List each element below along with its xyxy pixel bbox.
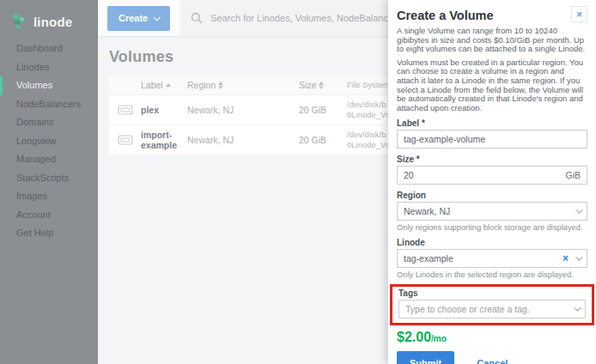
volume-label: import-example	[141, 130, 187, 150]
size-unit: GiB	[565, 170, 581, 180]
tags-input[interactable]	[405, 304, 567, 314]
close-button[interactable]: ×	[571, 6, 587, 22]
size-field-label: Size *	[397, 155, 587, 164]
clear-selection-icon[interactable]: ×	[563, 252, 569, 264]
region-field-label: Region	[397, 191, 587, 200]
linode-logo-icon	[12, 13, 27, 30]
drawer-description-2: Volumes must be created in a particular …	[397, 58, 587, 113]
label-field-label: Label *	[397, 118, 587, 128]
volume-label: plex	[141, 105, 187, 115]
volume-region: Newark, NJ	[187, 135, 299, 145]
sidebar-item-managed[interactable]: Managed	[0, 150, 98, 169]
search-icon	[191, 12, 203, 24]
sidebar-item-stackscripts[interactable]: StackScripts	[0, 169, 98, 188]
linode-select-value: tag-example	[404, 253, 557, 264]
tags-select[interactable]	[398, 300, 586, 318]
red-annotation-box: Tags	[390, 284, 594, 325]
column-header-size[interactable]: Size	[299, 80, 347, 90]
sidebar-item-domains[interactable]: Domains	[0, 113, 98, 132]
label-field: Label *	[397, 118, 587, 149]
linode-select[interactable]: tag-example ×	[397, 249, 587, 268]
sidebar-item-volumes[interactable]: Volumes	[0, 76, 98, 95]
linode-logo[interactable]: linode	[0, 0, 98, 33]
sidebar-item-get-help[interactable]: Get Help	[0, 224, 98, 243]
price: $2.00/mo	[397, 330, 587, 345]
logo-text: linode	[33, 15, 72, 29]
close-icon: ×	[576, 8, 583, 21]
volume-size: 20 GiB	[299, 135, 347, 145]
chevron-down-icon	[575, 207, 582, 214]
drawer-title: Create a Volume	[397, 6, 494, 22]
cancel-button[interactable]: Cancel	[477, 358, 508, 364]
sidebar-item-linodes[interactable]: Linodes	[0, 58, 98, 77]
volume-icon	[118, 134, 133, 146]
region-helper-text: Only regions supporting block storage ar…	[397, 223, 587, 232]
price-amount: $2.00	[397, 330, 431, 344]
sidebar-item-images[interactable]: Images	[0, 187, 98, 206]
volume-region: Newark, NJ	[187, 105, 299, 115]
label-input[interactable]	[404, 134, 581, 144]
column-header-region[interactable]: Region	[187, 80, 299, 90]
region-select-value: Newark, NJ	[404, 206, 569, 216]
linode-helper-text: Only Linodes in the selected region are …	[397, 270, 587, 279]
sidebar-item-account[interactable]: Account	[0, 206, 98, 225]
chevron-down-icon	[574, 305, 581, 312]
price-period: /mo	[431, 334, 447, 343]
drawer-description-1: A single Volume can range from 10 to 102…	[397, 27, 587, 54]
region-select[interactable]: Newark, NJ	[397, 202, 587, 221]
size-input[interactable]	[404, 170, 560, 180]
size-field: Size * GiB	[397, 155, 587, 185]
sidebar-nav: Dashboard Linodes Volumes NodeBalancers …	[0, 39, 98, 243]
sidebar-item-longview[interactable]: Longview	[0, 132, 98, 151]
create-button-label: Create	[119, 13, 148, 23]
column-header-label[interactable]: Label	[141, 80, 187, 90]
row-icon-cell	[109, 134, 141, 146]
submit-button[interactable]: Submit	[397, 351, 454, 364]
sidebar: linode Dashboard Linodes Volumes NodeBal…	[0, 0, 98, 364]
volume-icon	[118, 104, 133, 116]
create-volume-drawer: Create a Volume × A single Volume can ra…	[388, 0, 596, 364]
chevron-down-icon	[575, 254, 582, 261]
sort-asc-icon	[166, 83, 171, 87]
create-button[interactable]: Create	[107, 6, 170, 31]
row-icon-cell	[109, 104, 141, 116]
sort-icon	[218, 82, 223, 89]
tags-field-label: Tags	[398, 288, 586, 298]
sidebar-item-dashboard[interactable]: Dashboard	[0, 39, 98, 58]
sidebar-item-nodebalancers[interactable]: NodeBalancers	[0, 95, 98, 114]
region-field: Region Newark, NJ Only regions supportin…	[397, 191, 587, 232]
sort-icon	[319, 82, 324, 89]
volume-size: 20 GiB	[299, 105, 347, 115]
chevron-down-icon	[154, 14, 161, 21]
linode-field: Linode tag-example × Only Linodes in the…	[397, 238, 587, 279]
linode-field-label: Linode	[397, 238, 587, 247]
tags-field: Tags	[398, 288, 586, 318]
